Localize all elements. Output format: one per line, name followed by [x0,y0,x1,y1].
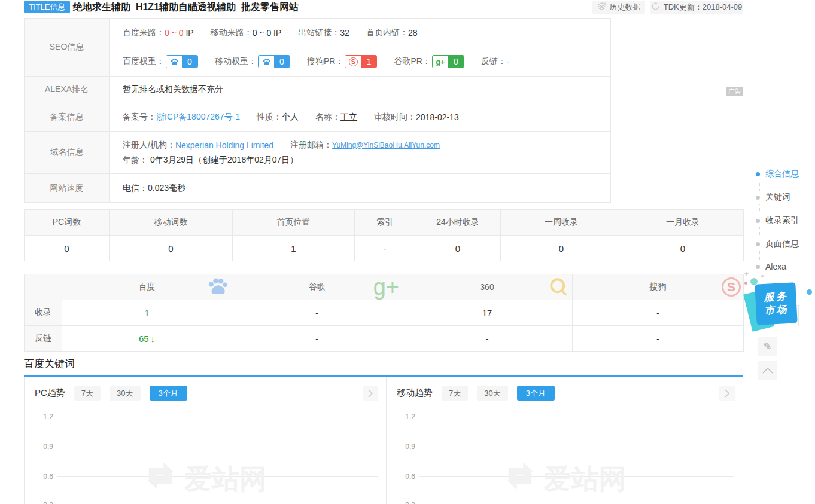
sogou-pr-badge[interactable]: S 1 [345,55,377,68]
tdk-update-label: TDK更新：2018-04-09 [664,2,743,13]
registrant-link[interactable]: Nexperian Holding Limited [175,140,273,150]
seo-traffic-row: 百度来路： 0 ~ 0 IP 移动来路： 0 ~ 0 IP 出站链接： 32 首… [110,19,610,47]
stats-header: 24小时收录 [415,210,501,236]
domain-label: 域名信息 [25,132,110,173]
aizhan-logo-icon [503,459,537,499]
gridline [419,447,734,447]
stats-value: 0 [110,236,233,261]
y-tick: 0.9 [396,442,415,451]
stats-header: 一周收录 [501,210,622,236]
sidebar-item-alexa[interactable]: Alexa [756,261,786,273]
pc-tab-7d[interactable]: 7天 [74,386,101,401]
mobile-trend-panel: 移动趋势 7天 30天 3个月 1.2 0.9 0.6 0.3 爱站网 [387,377,743,504]
gridline [419,417,734,417]
icp-name: 名称： 丁立 [315,112,357,123]
baidu-paw-icon [166,56,182,68]
mobile-tab-30d[interactable]: 30天 [477,386,507,401]
stats-header: PC词数 [25,210,110,236]
include-sogou: - [573,300,744,326]
history-data-button[interactable]: 历史数据 [592,1,645,14]
site-info-table: SEO信息 百度来路： 0 ~ 0 IP 移动来路： 0 ~ 0 IP 出站链接… [24,18,611,203]
sidebar-item-overview[interactable]: 综合信息 [756,167,799,181]
icp-number-link[interactable]: 浙ICP备18007267号-1 [156,112,240,123]
icp-row: 备案信息 备案号： 浙ICP备18007267号-1 性质： 个人 名称： 丁立… [25,103,610,132]
pc-tab-3m[interactable]: 3个月 [150,386,187,401]
stats-value: 0 [415,236,501,261]
baidu-weight: 百度权重： 0 [123,55,198,68]
baidu-keywords-title: 百度关键词 [24,357,75,371]
seo-info-row: SEO信息 百度来路： 0 ~ 0 IP 移动来路： 0 ~ 0 IP 出站链接… [25,19,610,77]
mobile-weight-badge[interactable]: 0 [258,55,290,68]
domain-row: 域名信息 注册人/机构： Nexperian Holding Limited 注… [25,132,610,174]
mobile-tab-3m[interactable]: 3个月 [517,386,555,401]
backlink-360: - [402,326,573,352]
y-tick: 0.3 [396,501,415,504]
include-baidu: 1 [62,300,232,326]
mobile-paw-icon [259,56,274,68]
stats-value: 0 [622,236,744,261]
sidebar-item-keywords[interactable]: 关键词 [756,191,790,204]
down-arrow-icon: ↓ [151,334,156,344]
tdk-update-button[interactable]: TDK更新：2018-04-09 [650,1,743,14]
sidebar-item-pageinfo[interactable]: 页面信息 [756,237,799,251]
engine-header-baidu: 百度 [62,274,232,300]
nav-dot-icon [756,196,760,200]
mobile-trend-label: 移动趋势 [397,387,433,399]
pc-tab-30d[interactable]: 30天 [110,386,140,401]
include-google: - [232,300,402,326]
stats-value-row: 0 0 1 - 0 0 0 [25,236,744,261]
nav-dot-icon [756,242,760,246]
y-tick: 0.6 [396,472,415,481]
sidebar-item-index[interactable]: 收录索引 [756,214,799,227]
mobile-tab-7d[interactable]: 7天 [442,386,468,401]
title-info-badge: TITLE信息 [24,1,70,13]
speed-text: 电信：0.023毫秒 [123,183,185,194]
seo-weight-row: 百度权重： 0 移动权重： 0 [110,47,610,76]
mobile-visits: 移动来路： 0 ~ 0 IP [211,28,282,38]
stats-value: - [355,236,415,261]
trend-charts-container: PC趋势 7天 30天 3个月 1.2 0.9 0.6 0.3 爱站网 移动趋势… [24,377,743,504]
domain-registrant: 注册人/机构： Nexperian Holding Limited [123,140,273,151]
stats-header: 首页位置 [233,210,355,236]
ad-tag: 广告 [726,87,743,96]
edit-pencil-button[interactable]: ✎ [758,337,777,356]
backlink-google: - [232,326,402,352]
service-market-badge[interactable]: 服务 市场 [746,280,804,336]
email-link[interactable]: YuMing@YinSiBaoHu.AliYun.com [332,141,440,149]
pc-trend-label: PC趋势 [35,387,65,399]
back-to-top-button[interactable] [758,361,777,380]
icp-audit-time: 审核时间： 2018-02-13 [374,112,459,123]
gridline [57,417,378,417]
deco-dot [807,289,812,295]
engine-backlink-row: 反链 65↓ - - - [25,326,744,352]
icp-name-link[interactable]: 丁立 [340,112,357,123]
backlink-row-label: 反链 [25,326,62,352]
google-pr-badge[interactable]: g+ 0 [432,55,464,68]
stats-header: 一月收录 [622,210,744,236]
engine-index-table: 百度 谷歌 g+ 360 搜狗 S 收录 1 - 17 - 反链 65↓ [24,274,744,352]
chevron-right-icon[interactable] [363,386,378,401]
baidu-visits: 百度来路： 0 ~ 0 IP [123,28,194,38]
engine-header-google: 谷歌 g+ [232,274,402,300]
speed-label: 网站速度 [25,174,110,202]
keyword-stats-table: PC词数 移动词数 首页位置 索引 24小时收录 一周收录 一月收录 0 0 1… [24,209,744,261]
service-market-button[interactable]: 服务 市场 [755,282,797,325]
outbound-links: 出站链接： 32 [298,28,349,38]
speed-row: 网站速度 电信：0.023毫秒 [25,174,610,202]
google-plus-icon: g+ [433,56,448,68]
baidu-weight-badge[interactable]: 0 [166,55,198,68]
ad-area-border [743,84,743,175]
alexa-row: ALEXA排名 暂无排名或相关数据不充分 [25,77,610,103]
icp-number: 备案号： 浙ICP备18007267号-1 [123,112,240,123]
aizhan-seo-report-page: { "header": { "badge": "TITLE信息", "title… [0,0,815,504]
page-title: 绝地求生辅助_H1Z1辅助自瞄透视辅助_批发零售网站 [73,1,299,14]
nav-dot-icon [756,265,760,269]
aizhan-watermark: 爱站网 [503,459,627,499]
engine-header-row: 百度 谷歌 g+ 360 搜狗 S [25,274,744,300]
seo-backlinks: 反链： - [481,56,509,67]
chevron-right-icon[interactable] [719,386,735,401]
google-plus-icon: g+ [373,276,399,298]
alexa-label: ALEXA排名 [25,77,110,103]
stats-value: 0 [25,236,110,261]
backlink-baidu: 65↓ [62,326,232,352]
